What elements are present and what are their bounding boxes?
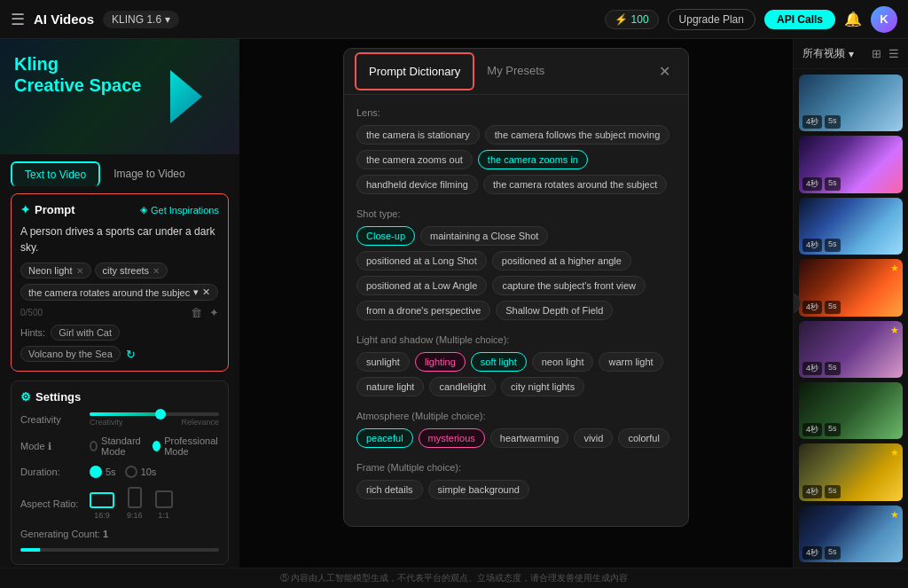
tag-remove-icon[interactable]: ✕	[202, 286, 210, 298]
radio-professional-mode[interactable]: Professional Mode	[153, 435, 221, 457]
clear-prompt-icon[interactable]: 🗑	[191, 306, 202, 319]
creativity-slider[interactable]	[90, 412, 219, 416]
notification-bell-icon[interactable]: 🔔	[844, 11, 862, 27]
prompt-text[interactable]: A person drives a sports car under a dar…	[20, 223, 219, 255]
dict-section-atmosphere: Atmosphere (Multiple choice): peaceful m…	[356, 411, 676, 448]
dict-tag[interactable]: from a drone's perspective	[356, 301, 490, 320]
tag-remove-icon[interactable]: ✕	[76, 266, 83, 276]
dict-tag[interactable]: candlelight	[429, 377, 496, 396]
dict-tag[interactable]: positioned at a higher angle	[492, 251, 631, 270]
hints-row: Hints: Girl with Cat Volcano by the Sea …	[20, 325, 219, 362]
aspect-ratio-row: Aspect Ratio: 16:9 9:16 1:1	[20, 487, 219, 520]
tag-city-streets[interactable]: city streets ✕	[95, 263, 168, 278]
dict-tag[interactable]: sunlight	[356, 352, 410, 372]
app-title: AI Videos	[34, 12, 94, 27]
dict-tag[interactable]: maintaining a Close Shot	[420, 226, 548, 246]
dict-tag[interactable]: rich details	[356, 480, 423, 499]
prompt-tags: Neon light ✕ city streets ✕	[20, 263, 219, 278]
tag-neon-light[interactable]: Neon light ✕	[20, 263, 91, 278]
modal-tab-presets[interactable]: My Presets	[474, 53, 557, 90]
mode-row: Mode ℹ Standard Mode Professional Mode	[20, 435, 219, 457]
modal-tab-prompt-dict[interactable]: Prompt Dictionary	[355, 52, 474, 90]
tab-text-to-video[interactable]: Text to Video	[11, 161, 100, 186]
light-section-title: Light and shadow (Multiple choice):	[356, 334, 676, 345]
radio-standard-mode[interactable]: Standard Mode	[90, 435, 144, 457]
frame-tags: rich details simple background	[356, 480, 676, 499]
dict-tag[interactable]: heartwarming	[490, 428, 569, 448]
duration-options: 5s 10s	[90, 466, 156, 478]
magic-prompt-icon[interactable]: ✦	[209, 306, 219, 319]
dict-tag[interactable]: Shallow Depth of Field	[496, 301, 613, 320]
tab-image-to-video[interactable]: Image to Video	[100, 161, 199, 186]
video-thumb-3[interactable]: 4秒 5s	[799, 198, 903, 255]
coins-display: ⚡ 100	[605, 10, 659, 29]
dict-tag[interactable]: the camera is stationary	[356, 125, 480, 145]
dict-tag[interactable]: capture the subject's front view	[492, 276, 646, 295]
list-view-icon[interactable]: ☰	[888, 47, 899, 60]
dict-tag-selected[interactable]: the camera zooms in	[478, 150, 588, 169]
duration-10s[interactable]: 10s	[125, 466, 157, 478]
radio-dot-professional	[153, 441, 161, 451]
dict-tag[interactable]: handheld device filming	[356, 175, 478, 194]
aspect-16-9[interactable]: 16:9	[90, 492, 114, 520]
gen-count-label: Generating Count: 1	[20, 529, 108, 539]
dict-tag[interactable]: city night lights	[501, 377, 584, 396]
lens-tags: the camera is stationary the camera foll…	[356, 125, 676, 194]
video-thumb-7[interactable]: 4秒 5s ★	[799, 443, 903, 500]
dict-tag[interactable]: vivid	[574, 428, 613, 448]
dict-tag[interactable]: simple background	[428, 480, 529, 499]
video-thumb-1[interactable]: 4秒 5s	[799, 74, 903, 131]
dict-tag[interactable]: warm light	[599, 352, 662, 372]
video-thumb-2[interactable]: 4秒 5s	[799, 136, 903, 192]
mode-radio-group: Standard Mode Professional Mode	[90, 435, 220, 457]
hint-chip-1[interactable]: Girl with Cat	[51, 325, 120, 341]
hints-refresh-icon[interactable]: ↻	[126, 348, 136, 361]
video-thumb-4[interactable]: 4秒 5s ★	[799, 259, 903, 316]
avatar[interactable]: K	[871, 6, 897, 33]
dict-tag[interactable]: the camera rotates around the subject	[483, 175, 667, 194]
mode-tabs: Text to Video Image to Video	[0, 154, 239, 186]
dict-tag[interactable]: neon light	[532, 352, 594, 372]
lens-section-title: Lens:	[356, 107, 676, 118]
dict-tag[interactable]: nature light	[356, 377, 424, 396]
hints-label: Hints:	[20, 327, 45, 338]
api-calls-button[interactable]: API Calls	[764, 10, 835, 29]
dur-dot-5s	[90, 466, 102, 478]
dict-tag-selected[interactable]: Close-up	[356, 226, 415, 246]
dict-tag-selected[interactable]: mysterious	[419, 428, 485, 448]
prompt-section: ✦ Prompt ◈ Get Inspirations A person dri…	[11, 193, 229, 372]
menu-icon[interactable]: ☰	[11, 10, 25, 29]
dict-tag-selected[interactable]: peaceful	[356, 428, 413, 448]
prompt-gear-icon: ✦	[20, 203, 30, 216]
gen-count-slider[interactable]	[20, 548, 219, 552]
model-selector[interactable]: KLING 1.6 ▾	[103, 11, 179, 28]
tag-remove-icon[interactable]: ✕	[153, 266, 160, 276]
dict-tag-selected[interactable]: lighting	[415, 352, 466, 372]
dict-tag-selected[interactable]: soft light	[471, 352, 527, 372]
chevron-icon: ▾	[193, 286, 199, 298]
dict-tag[interactable]: the camera follows the subject moving	[485, 125, 669, 145]
aspect-9-16[interactable]: 9:16	[127, 487, 143, 520]
all-videos-label[interactable]: 所有视频 ▾	[802, 46, 854, 61]
dict-tag[interactable]: the camera zooms out	[356, 150, 473, 169]
aspect-1-1[interactable]: 1:1	[155, 490, 173, 520]
video-thumb-6[interactable]: 4秒 5s	[799, 382, 903, 439]
hero-play-icon	[160, 70, 213, 123]
tag-camera-dropdown[interactable]: the camera rotates around the subjec ▾ ✕	[20, 284, 218, 301]
dict-tag[interactable]: positioned at a Long Shot	[356, 251, 487, 270]
duration-5s[interactable]: 5s	[90, 466, 116, 478]
mode-info-icon[interactable]: ℹ	[48, 441, 51, 451]
duration-row: Duration: 5s 10s	[20, 466, 219, 478]
dict-tag[interactable]: positioned at a Low Angle	[356, 276, 487, 295]
grid-view-icon[interactable]: ⊞	[872, 47, 881, 60]
prompt-label-text: Prompt	[35, 203, 75, 216]
video-thumb-8[interactable]: 4秒 5s ★	[799, 506, 903, 562]
right-panel-header: 所有视频 ▾ ⊞ ☰	[794, 39, 908, 69]
get-inspirations-button[interactable]: ◈ Get Inspirations	[140, 204, 219, 216]
hint-chip-2[interactable]: Volcano by the Sea	[20, 346, 121, 362]
modal-close-button[interactable]: ✕	[652, 56, 677, 87]
video-thumb-5[interactable]: 4秒 5s ★	[799, 321, 903, 378]
prompt-dictionary-modal: Prompt Dictionary My Presets ✕ Lens: the…	[343, 48, 689, 527]
upgrade-button[interactable]: Upgrade Plan	[668, 9, 755, 30]
dict-tag[interactable]: colorful	[618, 428, 669, 448]
